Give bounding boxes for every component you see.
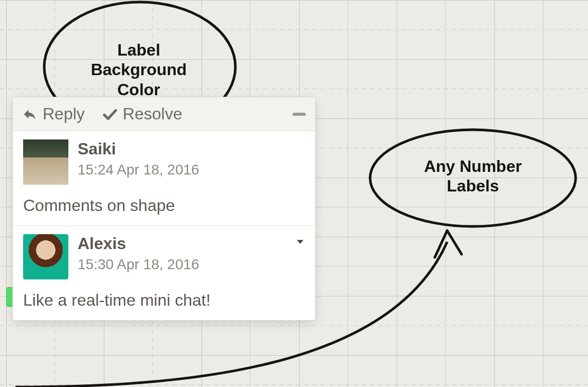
comment-panel: Reply Resolve Saiki 15:24 Apr 18, 2016 C… <box>12 97 316 321</box>
comment-timestamp: 15:24 Apr 18, 2016 <box>78 162 199 178</box>
reply-button[interactable]: Reply <box>22 104 85 124</box>
comment-author: Alexis <box>78 234 199 253</box>
comment-text: Comments on shape <box>23 196 305 215</box>
resolve-button-label: Resolve <box>123 104 182 124</box>
comment-timestamp: 15:30 Apr 18, 2016 <box>78 256 199 273</box>
avatar <box>23 139 68 185</box>
reply-button-label: Reply <box>43 104 85 124</box>
comment-item-1: Alexis 15:30 Apr 18, 2016 Like a real-ti… <box>13 226 315 320</box>
comment-item-0: Saiki 15:24 Apr 18, 2016 Comments on sha… <box>13 131 315 226</box>
reply-icon <box>22 107 38 122</box>
check-icon <box>102 107 118 122</box>
resolve-button[interactable]: Resolve <box>102 104 182 124</box>
comment-menu-button[interactable] <box>295 236 306 250</box>
minimize-button[interactable] <box>292 113 306 116</box>
comment-panel-toolbar: Reply Resolve <box>13 97 315 131</box>
comment-text: Like a real-time mini chat! <box>23 291 305 310</box>
comment-author: Saiki <box>78 139 199 159</box>
avatar <box>23 234 68 279</box>
